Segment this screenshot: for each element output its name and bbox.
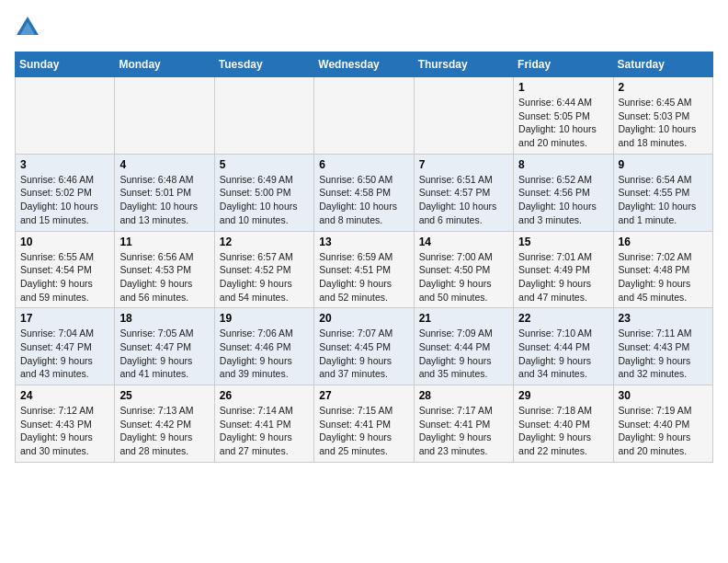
day-info: Sunrise: 7:09 AM Sunset: 4:44 PM Dayligh… — [419, 327, 508, 381]
calendar-day: 10Sunrise: 6:55 AM Sunset: 4:54 PM Dayli… — [16, 231, 115, 308]
logo-icon — [15, 15, 40, 40]
calendar-day — [414, 77, 513, 155]
day-number: 6 — [319, 158, 408, 171]
calendar-day: 22Sunrise: 7:10 AM Sunset: 4:44 PM Dayli… — [514, 308, 613, 385]
calendar-day: 4Sunrise: 6:48 AM Sunset: 5:01 PM Daylig… — [115, 154, 214, 231]
day-number: 28 — [419, 389, 508, 402]
day-info: Sunrise: 6:52 AM Sunset: 4:56 PM Dayligh… — [518, 173, 608, 227]
calendar-header: SundayMondayTuesdayWednesdayThursdayFrid… — [16, 52, 713, 77]
calendar-day: 17Sunrise: 7:04 AM Sunset: 4:47 PM Dayli… — [16, 308, 115, 385]
calendar-day: 18Sunrise: 7:05 AM Sunset: 4:47 PM Dayli… — [115, 308, 214, 385]
day-info: Sunrise: 7:13 AM Sunset: 4:42 PM Dayligh… — [119, 404, 209, 458]
day-info: Sunrise: 7:07 AM Sunset: 4:45 PM Dayligh… — [319, 327, 408, 381]
day-info: Sunrise: 7:04 AM Sunset: 4:47 PM Dayligh… — [20, 327, 109, 381]
calendar-day: 28Sunrise: 7:17 AM Sunset: 4:41 PM Dayli… — [414, 385, 513, 463]
calendar-day: 16Sunrise: 7:02 AM Sunset: 4:48 PM Dayli… — [613, 231, 712, 308]
day-number: 7 — [419, 158, 508, 171]
weekday-header: Saturday — [613, 52, 712, 77]
day-number: 27 — [319, 389, 408, 402]
calendar-day — [314, 77, 414, 155]
calendar-day: 14Sunrise: 7:00 AM Sunset: 4:50 PM Dayli… — [414, 231, 513, 308]
day-number: 12 — [220, 236, 309, 248]
calendar-day — [214, 77, 313, 155]
day-number: 25 — [119, 389, 209, 402]
day-number: 14 — [419, 236, 508, 248]
weekday-header: Friday — [514, 52, 613, 77]
calendar-week: 1Sunrise: 6:44 AM Sunset: 5:05 PM Daylig… — [16, 77, 713, 155]
day-number: 30 — [619, 389, 708, 402]
calendar-day: 23Sunrise: 7:11 AM Sunset: 4:43 PM Dayli… — [613, 308, 712, 385]
day-number: 1 — [518, 81, 608, 94]
calendar-day — [16, 77, 115, 155]
day-info: Sunrise: 7:10 AM Sunset: 4:44 PM Dayligh… — [518, 327, 608, 381]
day-info: Sunrise: 7:01 AM Sunset: 4:49 PM Dayligh… — [518, 250, 608, 304]
day-number: 22 — [518, 312, 608, 325]
calendar-day: 27Sunrise: 7:15 AM Sunset: 4:41 PM Dayli… — [314, 385, 414, 463]
calendar-week: 17Sunrise: 7:04 AM Sunset: 4:47 PM Dayli… — [16, 308, 713, 385]
weekday-header: Monday — [115, 52, 214, 77]
calendar-day: 15Sunrise: 7:01 AM Sunset: 4:49 PM Dayli… — [514, 231, 613, 308]
calendar-day: 11Sunrise: 6:56 AM Sunset: 4:53 PM Dayli… — [115, 231, 214, 308]
day-info: Sunrise: 7:00 AM Sunset: 4:50 PM Dayligh… — [419, 250, 508, 304]
day-number: 11 — [119, 236, 209, 248]
calendar-day: 9Sunrise: 6:54 AM Sunset: 4:55 PM Daylig… — [613, 154, 712, 231]
day-number: 21 — [419, 312, 508, 325]
day-info: Sunrise: 6:51 AM Sunset: 4:57 PM Dayligh… — [419, 173, 508, 227]
day-number: 19 — [220, 312, 309, 325]
calendar-day: 30Sunrise: 7:19 AM Sunset: 4:40 PM Dayli… — [613, 385, 712, 463]
page-header — [15, 15, 713, 40]
day-number: 20 — [319, 312, 408, 325]
calendar-day: 5Sunrise: 6:49 AM Sunset: 5:00 PM Daylig… — [214, 154, 313, 231]
calendar-week: 3Sunrise: 6:46 AM Sunset: 5:02 PM Daylig… — [16, 154, 713, 231]
day-number: 15 — [518, 236, 608, 248]
calendar-day: 21Sunrise: 7:09 AM Sunset: 4:44 PM Dayli… — [414, 308, 513, 385]
calendar-day: 13Sunrise: 6:59 AM Sunset: 4:51 PM Dayli… — [314, 231, 414, 308]
day-info: Sunrise: 6:55 AM Sunset: 4:54 PM Dayligh… — [20, 250, 109, 304]
day-info: Sunrise: 6:59 AM Sunset: 4:51 PM Dayligh… — [319, 250, 408, 304]
weekday-header: Tuesday — [214, 52, 313, 77]
calendar-day: 26Sunrise: 7:14 AM Sunset: 4:41 PM Dayli… — [214, 385, 313, 463]
day-info: Sunrise: 7:02 AM Sunset: 4:48 PM Dayligh… — [619, 250, 708, 304]
calendar-day: 2Sunrise: 6:45 AM Sunset: 5:03 PM Daylig… — [613, 77, 712, 155]
day-info: Sunrise: 6:46 AM Sunset: 5:02 PM Dayligh… — [20, 173, 109, 227]
day-info: Sunrise: 7:12 AM Sunset: 4:43 PM Dayligh… — [20, 404, 109, 458]
day-number: 10 — [20, 236, 109, 248]
day-info: Sunrise: 7:19 AM Sunset: 4:40 PM Dayligh… — [619, 404, 708, 458]
day-info: Sunrise: 7:06 AM Sunset: 4:46 PM Dayligh… — [220, 327, 309, 381]
day-info: Sunrise: 6:45 AM Sunset: 5:03 PM Dayligh… — [619, 96, 708, 150]
logo — [15, 15, 44, 40]
day-number: 3 — [20, 158, 109, 171]
day-number: 16 — [619, 236, 708, 248]
day-info: Sunrise: 7:05 AM Sunset: 4:47 PM Dayligh… — [119, 327, 209, 381]
day-info: Sunrise: 7:18 AM Sunset: 4:40 PM Dayligh… — [518, 404, 608, 458]
day-number: 26 — [220, 389, 309, 402]
calendar-day: 6Sunrise: 6:50 AM Sunset: 4:58 PM Daylig… — [314, 154, 414, 231]
calendar-table: SundayMondayTuesdayWednesdayThursdayFrid… — [15, 52, 713, 463]
day-number: 8 — [518, 158, 608, 171]
day-info: Sunrise: 6:54 AM Sunset: 4:55 PM Dayligh… — [619, 173, 708, 227]
day-number: 24 — [20, 389, 109, 402]
calendar-week: 10Sunrise: 6:55 AM Sunset: 4:54 PM Dayli… — [16, 231, 713, 308]
day-number: 13 — [319, 236, 408, 248]
day-info: Sunrise: 7:15 AM Sunset: 4:41 PM Dayligh… — [319, 404, 408, 458]
calendar-day — [115, 77, 214, 155]
day-number: 23 — [619, 312, 708, 325]
calendar-day: 24Sunrise: 7:12 AM Sunset: 4:43 PM Dayli… — [16, 385, 115, 463]
calendar-day: 20Sunrise: 7:07 AM Sunset: 4:45 PM Dayli… — [314, 308, 414, 385]
day-number: 9 — [619, 158, 708, 171]
day-info: Sunrise: 7:11 AM Sunset: 4:43 PM Dayligh… — [619, 327, 708, 381]
day-number: 29 — [518, 389, 608, 402]
weekday-header: Sunday — [16, 52, 115, 77]
day-number: 18 — [119, 312, 209, 325]
day-info: Sunrise: 6:48 AM Sunset: 5:01 PM Dayligh… — [119, 173, 209, 227]
calendar-day: 25Sunrise: 7:13 AM Sunset: 4:42 PM Dayli… — [115, 385, 214, 463]
day-info: Sunrise: 6:56 AM Sunset: 4:53 PM Dayligh… — [119, 250, 209, 304]
day-number: 4 — [119, 158, 209, 171]
day-info: Sunrise: 7:17 AM Sunset: 4:41 PM Dayligh… — [419, 404, 508, 458]
calendar-day: 1Sunrise: 6:44 AM Sunset: 5:05 PM Daylig… — [514, 77, 613, 155]
day-number: 17 — [20, 312, 109, 325]
calendar-day: 8Sunrise: 6:52 AM Sunset: 4:56 PM Daylig… — [514, 154, 613, 231]
day-info: Sunrise: 6:49 AM Sunset: 5:00 PM Dayligh… — [220, 173, 309, 227]
day-info: Sunrise: 6:57 AM Sunset: 4:52 PM Dayligh… — [220, 250, 309, 304]
calendar-day: 7Sunrise: 6:51 AM Sunset: 4:57 PM Daylig… — [414, 154, 513, 231]
